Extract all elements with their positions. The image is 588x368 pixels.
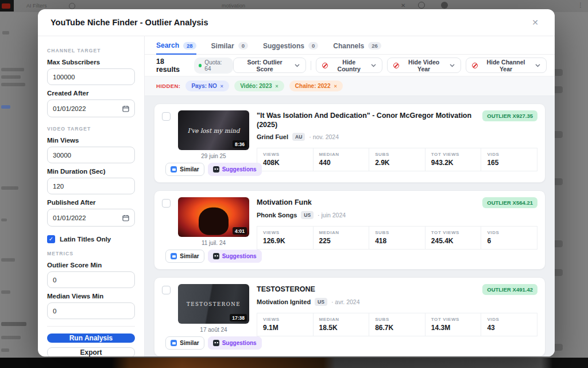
hide-channel-year-dropdown[interactable]: Hide Channel Year [466,57,547,73]
results-controls: Sort: Outlier Score Hide Country Hide Vi… [233,57,547,73]
background-fragment [1,68,24,71]
published-after-input[interactable]: 01/01/2022 [47,209,135,227]
channel-name[interactable]: Phonk Songs [257,212,297,218]
tab-similar[interactable]: Similar 0 [211,41,248,54]
created-after-input[interactable]: 01/01/2022 [47,99,135,117]
tab-suggestions[interactable]: Suggestions 0 [263,41,318,54]
remove-chip-icon[interactable]: × [276,83,278,89]
modal-body: CHANNEL TARGET Max Subscribers Created A… [38,36,555,356]
stat-label: VIEWS [263,152,307,157]
similar-button[interactable]: Similar [165,163,204,176]
hidden-chip-channel-year[interactable]: Chaîne: 2022 × [289,80,343,91]
thumbnail-caption: TESTOSTERONE [183,301,244,307]
country-badge: AU [292,133,305,141]
results-summary: 18 results Quota: 64 [156,57,233,74]
hide-video-year-label: Hide Video Year [403,59,445,72]
outlier-score-badge: OUTLIER X491.42 [482,284,537,295]
similar-button[interactable]: Similar [165,336,204,350]
result-card: I've lost my mind 8:36 29 juin 25 Simila… [154,103,546,183]
similar-icon [171,166,177,172]
field-median-views-min: Median Views Min [47,293,135,319]
stat-value: 14.3M [431,324,475,332]
suggestions-button[interactable]: Suggestions [208,163,262,176]
stat-label: VIDS [487,317,531,322]
run-analysis-button[interactable]: Run Analysis [47,334,135,343]
video-thumbnail[interactable]: 4:01 [178,197,249,237]
video-thumbnail[interactable]: TESTOSTERONE 17:38 [178,284,249,324]
video-thumbnail[interactable]: I've lost my mind 8:36 [178,110,249,150]
quota-text: Quota: 64 [204,59,229,72]
field-label: Created After [47,90,135,97]
hidden-chip-video-year[interactable]: Vidéo: 2023 × [234,80,284,91]
stat-label: TOT VIEWS [431,317,475,322]
close-button[interactable]: ✕ [528,18,542,27]
similar-label: Similar [180,340,199,346]
min-views-input[interactable] [47,147,135,163]
similar-icon [171,253,177,259]
card-info-top: "It Was Isolation And Dedication" - Cono… [257,110,537,130]
hide-video-year-dropdown[interactable]: Hide Video Year [387,57,461,73]
checkbox-checked-icon[interactable]: ✓ [47,235,55,243]
modal-header: YouTube Niche Finder - Outlier Analysis … [38,9,555,36]
card-checkbox[interactable] [162,199,171,208]
video-title[interactable]: Motivation Funk [257,197,312,207]
channel-row: Phonk Songs US · juin 2024 [257,211,537,219]
tab-channels[interactable]: Channels 26 [333,41,381,54]
section-metrics: METRICS [47,251,135,256]
outlier-score-min-input[interactable] [47,271,135,288]
stat-label: SUBS [375,230,419,235]
date-value: 01/01/2022 [53,105,86,112]
chevron-down-icon [450,64,455,67]
stat-value: 43 [487,324,531,332]
hidden-chip-country[interactable]: Pays: NO × [185,80,229,91]
latin-titles-checkbox-row[interactable]: ✓ Latin Titles Only [47,235,135,243]
background-fragment [2,31,9,34]
calendar-icon[interactable] [122,105,129,112]
chip-label: Chaîne: 2022 [295,83,331,89]
niche-finder-modal: YouTube Niche Finder - Outlier Analysis … [38,9,555,356]
suggestions-button[interactable]: Suggestions [208,250,262,263]
stat-tot-views: TOT VIEWS245.4K [425,227,481,249]
no-symbol-icon [322,63,328,68]
card-checkbox[interactable] [162,112,171,121]
chip-label: Pays: NO [191,83,216,89]
country-badge: US [315,298,327,306]
results-count: 18 results [156,57,188,74]
channel-date: · nov. 2024 [309,133,339,140]
suggestions-button[interactable]: Suggestions [208,336,262,350]
stat-subs: SUBS418 [369,227,425,249]
stat-value: 9.1M [263,324,307,332]
max-subscribers-input[interactable] [47,68,135,85]
similar-button[interactable]: Similar [165,250,204,263]
video-title[interactable]: "It Was Isolation And Dedication" - Cono… [257,110,475,130]
stats-row: VIEWS408K MEDIAN440 SUBS2.9K TOT VIEWS94… [257,148,537,171]
stat-median: MEDIAN18.5K [313,313,369,336]
remove-chip-icon[interactable]: × [334,83,337,89]
stat-views: VIEWS9.1M [257,313,313,336]
min-duration-input[interactable] [47,178,135,194]
stat-vids: VIDS6 [481,227,537,249]
remove-chip-icon[interactable]: × [220,83,223,89]
export-button[interactable]: Export [47,347,135,356]
median-views-min-input[interactable] [47,302,135,319]
tab-search[interactable]: Search 28 [156,41,196,55]
sort-dropdown[interactable]: Sort: Outlier Score [233,57,306,73]
section-video-target: VIDEO TARGET [47,126,135,132]
stat-value: 408K [263,159,307,167]
calendar-icon[interactable] [122,214,129,221]
channel-name[interactable]: Grind Fuel [257,133,288,140]
publish-date: 11 juil. 24 [202,240,226,246]
card-info-top: Motivation Funk OUTLIER X564.21 [257,197,537,208]
background-fragment [1,83,25,86]
channel-name[interactable]: Motivation Ignited [257,298,311,305]
background-fragment [1,75,21,79]
hide-country-dropdown[interactable]: Hide Country [316,57,382,73]
card-info: Motivation Funk OUTLIER X564.21 Phonk So… [257,197,537,263]
card-checkbox[interactable] [162,286,171,294]
similar-label: Similar [180,166,199,172]
hide-channel-year-label: Hide Channel Year [481,59,531,72]
stat-value: 418 [375,237,419,245]
video-title[interactable]: TESTOSTERONE [257,284,315,294]
modal-title: YouTube Niche Finder - Outlier Analysis [51,18,208,27]
card-info-top: TESTOSTERONE OUTLIER X491.42 [257,284,537,295]
